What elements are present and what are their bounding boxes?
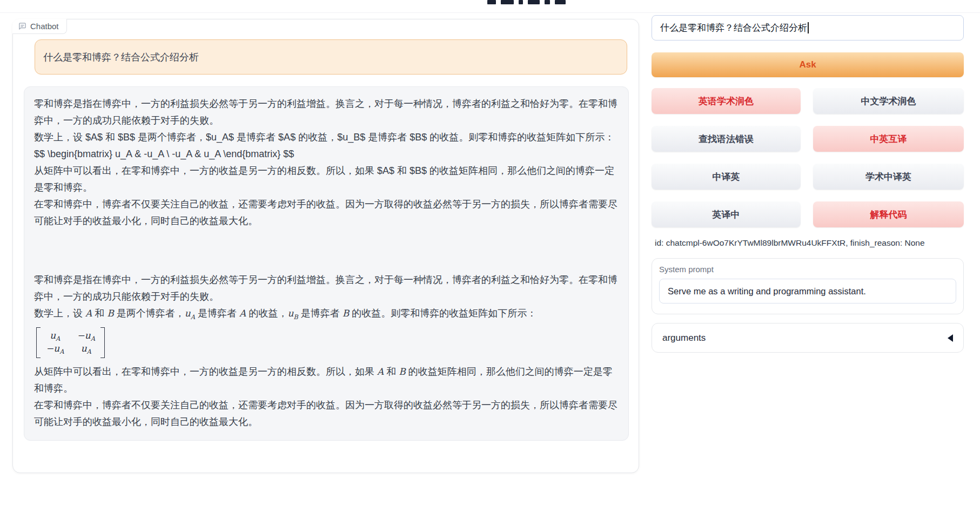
bot-rendered-paragraph: 在零和博弈中，博弈者不仅要关注自己的收益，还需要考虑对手的收益。因为一方取得的收… <box>34 397 617 430</box>
system-prompt-value: Serve me as a writing and programming as… <box>668 286 866 296</box>
bot-rendered-paragraph-math: 数学上，设 A 和 B 是两个博弈者，uA 是博弈者 A 的收益，uB 是博弈者… <box>34 305 617 326</box>
system-prompt-group: System prompt Serve me as a writing and … <box>652 258 964 314</box>
action-button-academic-zh-to-en[interactable]: 学术中译英 <box>813 164 964 190</box>
user-message-text: 什么是零和博弈？结合公式介绍分析 <box>43 51 199 64</box>
chatbot-label-text: Chatbot <box>30 22 59 31</box>
ask-button[interactable]: Ask <box>652 52 964 77</box>
action-button-find-grammar-errors[interactable]: 查找语法错误 <box>652 126 801 152</box>
response-status-line: id: chatcmpl-6wOo7KrYTwMl89lbrMWRu4UkFFX… <box>655 238 925 248</box>
action-button-en-to-zh[interactable]: 英译中 <box>652 201 801 227</box>
chat-bubble-icon <box>18 22 26 30</box>
accordion-collapsed-arrow-icon <box>948 334 953 342</box>
bot-raw-paragraph: 零和博弈是指在博弈中，一方的利益损失必然等于另一方的利益增益。换言之，对于每一种… <box>34 96 617 129</box>
system-prompt-input[interactable]: Serve me as a writing and programming as… <box>659 279 956 304</box>
user-message-bubble: 什么是零和博弈？结合公式介绍分析 <box>35 39 627 75</box>
action-button-zh-en-mutual-translate[interactable]: 中英互译 <box>813 126 964 152</box>
action-button-chinese-academic-polish[interactable]: 中文学术润色 <box>813 88 964 114</box>
bot-message-bubble: 零和博弈是指在博弈中，一方的利益损失必然等于另一方的利益增益。换言之，对于每一种… <box>24 86 629 441</box>
payoff-matrix: uA −uA −uA uA <box>36 327 105 359</box>
question-input[interactable]: 什么是零和博弈？结合公式介绍分析 <box>652 15 964 41</box>
bot-raw-latex-formula: $$ \begin{bmatrix} u_A & -u_A \ -u_A & u… <box>34 146 617 163</box>
action-button-explain-code[interactable]: 解释代码 <box>813 201 964 227</box>
arguments-accordion[interactable]: arguments <box>652 323 964 353</box>
bot-raw-paragraph: 从矩阵中可以看出，在零和博弈中，一方的收益是另一方的相反数。所以，如果 $A$ … <box>34 163 617 196</box>
matrix-left-bracket <box>36 327 41 359</box>
system-prompt-label: System prompt <box>659 265 956 274</box>
control-sidebar: 什么是零和博弈？结合公式介绍分析 Ask 英语学术润色 中文学术润色 查找语法错… <box>652 0 965 519</box>
bot-rendered-paragraph: 零和博弈是指在博弈中，一方的利益损失必然等于另一方的利益增益。换言之，对于每一种… <box>34 272 617 305</box>
matrix-right-bracket <box>100 327 105 359</box>
chatbot-label: Chatbot <box>12 19 67 34</box>
action-button-zh-to-en[interactable]: 中译英 <box>652 164 801 190</box>
question-input-value: 什么是零和博弈？结合公式介绍分析 <box>660 22 807 34</box>
chatbot-panel: Chatbot 什么是零和博弈？结合公式介绍分析 零和博弈是指在博弈中，一方的利… <box>12 19 639 473</box>
bot-message-raw-block: 零和博弈是指在博弈中，一方的利益损失必然等于另一方的利益增益。换言之，对于每一种… <box>34 96 617 230</box>
bot-raw-paragraph: 数学上，设 $A$ 和 $B$ 是两个博弈者，$u_A$ 是博弈者 $A$ 的收… <box>34 129 617 146</box>
bot-rendered-paragraph-math: 从矩阵中可以看出，在零和博弈中，一方的收益是另一方的相反数。所以，如果 A 和 … <box>34 363 617 397</box>
arguments-accordion-label: arguments <box>662 333 706 343</box>
clipped-heading-fragment <box>487 0 566 5</box>
bot-message-rendered-block: 零和博弈是指在博弈中，一方的利益损失必然等于另一方的利益增益。换言之，对于每一种… <box>34 272 617 430</box>
action-button-english-academic-polish[interactable]: 英语学术润色 <box>652 88 801 114</box>
bot-raw-paragraph: 在零和博弈中，博弈者不仅要关注自己的收益，还需要考虑对手的收益。因为一方取得的收… <box>34 196 617 230</box>
text-cursor <box>808 22 809 33</box>
